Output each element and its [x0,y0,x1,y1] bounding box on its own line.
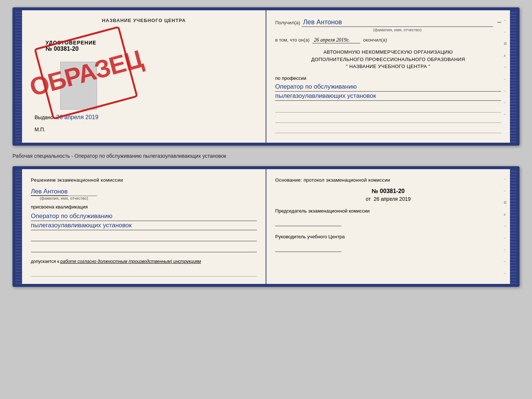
date-prefix: в том, что он(а) [275,37,309,43]
certificate-book-2: Решением экзаменационной комиссии Лев Ан… [12,166,520,287]
book-spine-right-2 [510,169,517,284]
empty-line-2 [275,115,501,123]
empty-line-3 [275,125,501,133]
qualification-line2: пылегазоулавливающих установок [31,222,257,230]
certificate-book-1: НАЗВАНИЕ УЧЕБНОГО ЦЕНТРА ОБРАЗЕЦ УДОСТОВ… [12,7,520,146]
basis-text: Основание: протокол экзаменационной коми… [275,177,390,183]
decision-block: Решением экзаменационной комиссии [31,177,257,184]
mp-label: М.П. [35,127,46,132]
sidebar-marks-1: – – И а ← – – – – [504,18,508,116]
book2-left-page: Решением экзаменационной комиссии Лев Ан… [22,169,266,284]
date-suffix: окончил(а) [363,37,387,43]
protocol-date: от 26 апреля 2019 [275,196,501,202]
director-label: Руководитель учебного Центра [275,234,501,240]
recipient-line: Получил(а) Лев Антонов (фамилия, имя, от… [275,18,501,32]
допускается-value: работе согласно должностным (производств… [60,259,201,264]
допускается-block: допускается к работе согласно должностны… [31,258,257,265]
book-spine-right-1 [510,10,517,143]
decision-name-subtext: (фамилия, имя, отчество) [31,196,97,200]
date-line: в том, что он(а) 26 апреля 2019г. окончи… [275,37,501,43]
protocol-date-prefix: от [366,196,371,202]
book1-right-page: Получил(а) Лев Антонов (фамилия, имя, от… [266,10,510,143]
допускается-prefix: допускается к [31,259,59,264]
specialty-label: Рабочая специальность - Оператор по обсл… [12,153,520,159]
recipient-name: Лев Антонов [302,18,493,27]
qualification-label: присвоена квалификация [31,204,257,210]
chairman-label: Председатель экзаменационной комиссии [275,208,501,214]
director-signature-line [275,242,341,252]
book-spine-left-2 [15,169,22,284]
cert-title: НАЗВАНИЕ УЧЕБНОГО ЦЕНТРА [31,18,257,23]
protocol-number: № 00381-20 [275,188,501,195]
org-line2: ДОПОЛНИТЕЛЬНОГО ПРОФЕССИОНАЛЬНОГО ОБРАЗО… [275,56,501,63]
profession-line1: Оператор по обслуживанию [275,83,501,92]
decision-name-block: Лев Антонов (фамилия, имя, отчество) [31,186,257,200]
recipient-prefix: Получил(а) [275,20,300,25]
chairman-signature-line [275,216,341,226]
book-spine-left-1 [15,10,22,143]
org-block: АВТОНОМНУЮ НЕКОММЕРЧЕСКУЮ ОРГАНИЗАЦИЮ ДО… [275,49,501,70]
sidebar-marks-2: – – И а ← – – – – [504,177,508,275]
stamp-text: ОБРАЗЕЦ [27,46,145,100]
blank-line-1 [31,233,257,241]
blank-line-2 [31,244,257,252]
org-line3: " НАЗВАНИЕ УЧЕБНОГО ЦЕНТРА " [275,63,501,70]
decision-name: Лев Антонов [31,188,68,196]
protocol-date-value: 26 апреля 2019 [374,196,411,202]
chairman-block: Председатель экзаменационной комиссии [275,208,501,226]
decision-text: Решением экзаменационной комиссии [31,177,123,183]
profession-label: по профессии [275,75,501,81]
qualification-line1: Оператор по обслуживанию [31,213,257,221]
blank-line-3 [31,268,257,277]
director-block: Руководитель учебного Центра [275,234,501,252]
book1-left-page: НАЗВАНИЕ УЧЕБНОГО ЦЕНТРА ОБРАЗЕЦ УДОСТОВ… [22,10,266,143]
profession-line2: пылегазоулавливающих установок [275,92,501,101]
recipient-subtext: (фамилия, имя, отчество) [302,28,493,32]
date-value: 26 апреля 2019г. [312,37,360,43]
book2-right-page: Основание: протокол экзаменационной коми… [266,169,510,284]
empty-line-1 [275,104,501,113]
basis-block: Основание: протокол экзаменационной коми… [275,177,501,184]
org-line1: АВТОНОМНУЮ НЕКОММЕРЧЕСКУЮ ОРГАНИЗАЦИЮ [275,49,501,56]
